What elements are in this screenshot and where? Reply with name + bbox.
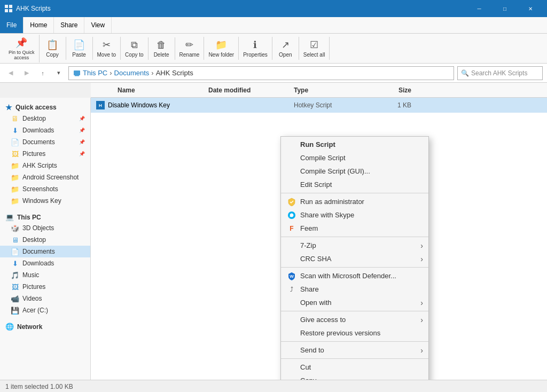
paste-button[interactable]: 📄 Paste: [66, 37, 93, 60]
sidebar-item-pictures-quick[interactable]: 🖼 Pictures 📌: [0, 148, 90, 160]
title-bar: AHK Scripts ─ □ ✕: [0, 0, 547, 17]
sidebar-drive-label: Acer (C:): [22, 307, 48, 314]
tab-share[interactable]: Share: [54, 17, 84, 33]
ctx-send-to[interactable]: Send to: [281, 343, 428, 357]
minimize-button[interactable]: ─: [467, 0, 491, 17]
window-title: AHK Scripts: [16, 5, 467, 12]
svg-text:W: W: [290, 274, 294, 279]
quick-access-label: Quick access: [15, 104, 57, 111]
close-button[interactable]: ✕: [518, 0, 543, 17]
ctx-open-with[interactable]: Open with: [281, 296, 428, 309]
breadcrumb[interactable]: This PC › Documents › AHK Scripts: [68, 66, 454, 80]
ctx-separator-5: [281, 341, 428, 342]
new-folder-button[interactable]: 📁 New folder: [204, 37, 239, 60]
ribbon-toolbar: 📌 Pin to Quickaccess 📋 Copy 📄 Paste ✂ Mo…: [0, 34, 547, 64]
select-all-button[interactable]: ☑ Select all: [299, 37, 330, 60]
defender-icon: W: [286, 271, 297, 281]
ctx-7zip[interactable]: 7-Zip: [281, 239, 428, 252]
ctx-feem[interactable]: F Feem: [281, 222, 428, 235]
sidebar-item-documents-pc[interactable]: 📄 Documents: [0, 246, 90, 257]
ctx-separator-2: [281, 237, 428, 237]
ctx-restore-versions[interactable]: Restore previous versions: [281, 326, 428, 340]
sidebar-item-drive-c[interactable]: 💾 Acer (C:): [0, 304, 90, 316]
sidebar-desktop-quick-label: Desktop: [22, 115, 46, 122]
svg-rect-4: [74, 70, 80, 75]
sidebar-item-pictures-pc[interactable]: 🖼 Pictures: [0, 281, 90, 293]
status-text: 1 item selected 1.00 KB: [5, 383, 73, 390]
context-menu-overlay[interactable]: Run Script Compile Script Compile Script…: [91, 98, 547, 380]
ctx-share-skype[interactable]: Share with Skype: [281, 208, 428, 222]
col-size-header[interactable]: Size: [369, 87, 411, 94]
properties-button[interactable]: ℹ Properties: [239, 37, 272, 60]
delete-button[interactable]: 🗑 Delete: [149, 37, 175, 60]
ctx-cut[interactable]: Cut: [281, 360, 428, 374]
sidebar-ahk-label: AHK Scripts: [22, 162, 57, 169]
3d-objects-icon: 🎲: [11, 224, 19, 232]
context-menu: Run Script Compile Script Compile Script…: [280, 136, 429, 380]
address-bar: ◀ ▶ ↑ ▾ This PC › Documents › AHK Script…: [0, 64, 547, 83]
maximize-button[interactable]: □: [493, 0, 517, 17]
rename-icon: ✏: [185, 39, 193, 51]
column-header: Name Date modified Type Size: [91, 83, 547, 98]
sidebar-item-music[interactable]: 🎵 Music: [0, 269, 90, 281]
copy-to-button[interactable]: ⧉ Copy to: [121, 37, 148, 60]
up-button[interactable]: ↑: [36, 67, 49, 80]
breadcrumb-ahk-scripts[interactable]: AHK Scripts: [156, 69, 193, 77]
recent-button[interactable]: ▾: [52, 67, 65, 80]
pin-indicator-icon: 📌: [79, 151, 85, 156]
ctx-scan-defender[interactable]: W Scan with Microsoft Defender...: [281, 269, 428, 283]
move-to-button[interactable]: ✂ Move to: [93, 37, 121, 60]
breadcrumb-this-pc-label[interactable]: This PC: [83, 69, 107, 77]
this-pc-icon: 💻: [5, 213, 14, 221]
tab-view[interactable]: View: [84, 17, 112, 33]
col-name-header[interactable]: Name: [91, 87, 208, 94]
documents-folder-icon: 📄: [11, 138, 19, 146]
breadcrumb-documents[interactable]: Documents: [114, 69, 150, 77]
quick-access-star-icon: ★: [5, 103, 12, 112]
forward-button[interactable]: ▶: [20, 67, 33, 80]
ctx-crc-sha[interactable]: CRC SHA: [281, 252, 428, 265]
sidebar-item-downloads-pc[interactable]: ⬇ Downloads: [0, 257, 90, 269]
sidebar-documents-pc-label: Documents: [22, 248, 55, 255]
network-icon: 🌐: [5, 323, 14, 331]
back-button[interactable]: ◀: [4, 67, 17, 80]
ctx-copy[interactable]: Copy: [281, 374, 428, 380]
sidebar-item-windows-key[interactable]: 📁 Windows Key: [0, 195, 90, 207]
ctx-separator-6: [281, 358, 428, 359]
ctx-run-as-admin[interactable]: Run as administrator: [281, 195, 428, 208]
col-type-header[interactable]: Type: [294, 87, 369, 94]
winkey-folder-icon: 📁: [11, 197, 19, 205]
sidebar-item-downloads-quick[interactable]: ⬇ Downloads 📌: [0, 124, 90, 136]
quick-access-section: ★ Quick access: [0, 100, 90, 113]
this-pc-section: 💻 This PC: [0, 210, 90, 222]
svg-rect-2: [5, 9, 8, 12]
pin-to-quick-access-button[interactable]: 📌 Pin to Quickaccess: [4, 35, 40, 62]
sidebar-item-documents-quick[interactable]: 📄 Documents 📌: [0, 136, 90, 148]
ctx-edit-script[interactable]: Edit Script: [281, 178, 428, 191]
tab-file[interactable]: File: [0, 17, 24, 33]
sidebar-item-videos[interactable]: 📹 Videos: [0, 293, 90, 304]
sidebar-item-android[interactable]: 📁 Android Screenshot: [0, 171, 90, 183]
ctx-compile-script[interactable]: Compile Script: [281, 151, 428, 164]
ctx-compile-script-gui[interactable]: Compile Script (GUI)...: [281, 164, 428, 178]
open-button[interactable]: ↗ Open: [272, 37, 299, 60]
tab-home[interactable]: Home: [24, 17, 54, 33]
ribbon: File Home Share View: [0, 17, 547, 34]
copy-to-icon: ⧉: [131, 40, 138, 51]
sidebar: ★ Quick access 🖥 Desktop 📌 ⬇ Downloads 📌…: [0, 98, 91, 380]
copy-button[interactable]: 📋 Copy: [40, 37, 66, 60]
sidebar-item-desktop-quick[interactable]: 🖥 Desktop 📌: [0, 113, 90, 124]
ctx-share[interactable]: ⤴ Share: [281, 283, 428, 296]
sidebar-item-ahk-scripts[interactable]: 📁 AHK Scripts: [0, 160, 90, 171]
sidebar-pictures-pc-label: Pictures: [22, 283, 45, 291]
rename-button[interactable]: ✏ Rename: [175, 37, 205, 60]
sidebar-item-desktop-pc[interactable]: 🖥 Desktop: [0, 234, 90, 246]
search-box[interactable]: 🔍 Search AHK Scripts: [457, 66, 543, 80]
col-date-header[interactable]: Date modified: [208, 87, 294, 94]
file-list: H Disable Windows Key Hotkey Script 1 KB…: [91, 98, 547, 380]
sidebar-item-screenshots[interactable]: 📁 Screenshots: [0, 183, 90, 195]
ctx-give-access[interactable]: Give access to: [281, 313, 428, 326]
sidebar-item-3d-objects[interactable]: 🎲 3D Objects: [0, 222, 90, 234]
ctx-run-script[interactable]: Run Script: [281, 138, 428, 151]
breadcrumb-this-pc[interactable]: [73, 69, 83, 77]
